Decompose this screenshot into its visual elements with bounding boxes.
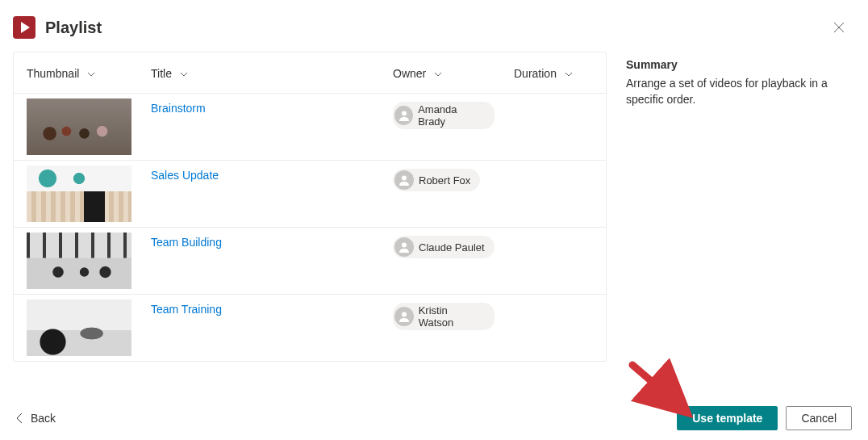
col-title-label: Title — [151, 67, 172, 80]
col-duration[interactable]: Duration — [504, 52, 606, 94]
svg-point-1 — [402, 176, 407, 181]
chevron-left-icon — [16, 413, 23, 424]
col-owner-label: Owner — [393, 67, 426, 80]
video-title-link[interactable]: Brainstorm — [151, 100, 206, 115]
owner-chip[interactable]: Amanda Brady — [393, 102, 495, 129]
owner-name: Kristin Watson — [419, 304, 485, 329]
videos-table-card: Thumbnail Title Owner Duration — [13, 52, 607, 362]
duration-cell — [504, 161, 606, 228]
chevron-down-icon — [180, 72, 188, 77]
person-icon — [394, 237, 414, 257]
col-thumbnail[interactable]: Thumbnail — [14, 52, 141, 94]
owner-chip[interactable]: Kristin Watson — [393, 303, 495, 330]
video-title-link[interactable]: Team Building — [151, 234, 222, 249]
use-template-button[interactable]: Use template — [677, 406, 778, 430]
svg-point-2 — [402, 243, 407, 248]
svg-point-3 — [402, 312, 407, 317]
duration-cell — [504, 94, 606, 161]
owner-chip[interactable]: Claude Paulet — [393, 236, 495, 258]
close-icon — [833, 22, 845, 33]
summary-heading: Summary — [626, 58, 855, 71]
dialog-footer: Back Use template Cancel — [0, 406, 868, 430]
chevron-down-icon — [87, 72, 95, 77]
svg-point-0 — [402, 111, 407, 116]
play-icon — [13, 16, 35, 39]
summary-text: Arrange a set of videos for playback in … — [626, 76, 855, 107]
owner-name: Claude Paulet — [419, 241, 485, 254]
video-thumbnail[interactable] — [27, 166, 131, 222]
chevron-down-icon — [434, 72, 442, 77]
duration-cell — [504, 295, 606, 362]
page-title: Playlist — [45, 19, 102, 37]
chevron-down-icon — [565, 72, 573, 77]
table-row[interactable]: Sales UpdateRobert Fox — [14, 161, 606, 228]
person-icon — [394, 106, 413, 125]
dialog-header: Playlist — [0, 0, 868, 52]
video-title-link[interactable]: Sales Update — [151, 167, 219, 182]
person-icon — [394, 307, 414, 326]
col-title[interactable]: Title — [141, 52, 383, 94]
person-icon — [394, 170, 414, 190]
owner-name: Amanda Brady — [418, 103, 485, 128]
table-row[interactable]: Team TrainingKristin Watson — [14, 295, 606, 362]
table-row[interactable]: BrainstormAmanda Brady — [14, 94, 606, 161]
cancel-button[interactable]: Cancel — [786, 406, 852, 430]
owner-name: Robert Fox — [419, 174, 470, 186]
table-row[interactable]: Team BuildingClaude Paulet — [14, 228, 606, 295]
col-duration-label: Duration — [514, 67, 557, 80]
duration-cell — [504, 228, 606, 295]
back-label: Back — [31, 412, 56, 425]
video-thumbnail[interactable] — [27, 98, 131, 155]
video-title-link[interactable]: Team Training — [151, 301, 222, 316]
summary-panel: Summary Arrange a set of videos for play… — [626, 52, 855, 362]
videos-table: Thumbnail Title Owner Duration — [14, 52, 606, 361]
owner-chip[interactable]: Robert Fox — [393, 169, 480, 191]
video-thumbnail[interactable] — [27, 300, 131, 356]
video-thumbnail[interactable] — [27, 233, 131, 289]
back-button[interactable]: Back — [16, 412, 56, 425]
col-owner[interactable]: Owner — [383, 52, 504, 94]
close-button[interactable] — [826, 15, 852, 40]
col-thumbnail-label: Thumbnail — [27, 67, 79, 80]
